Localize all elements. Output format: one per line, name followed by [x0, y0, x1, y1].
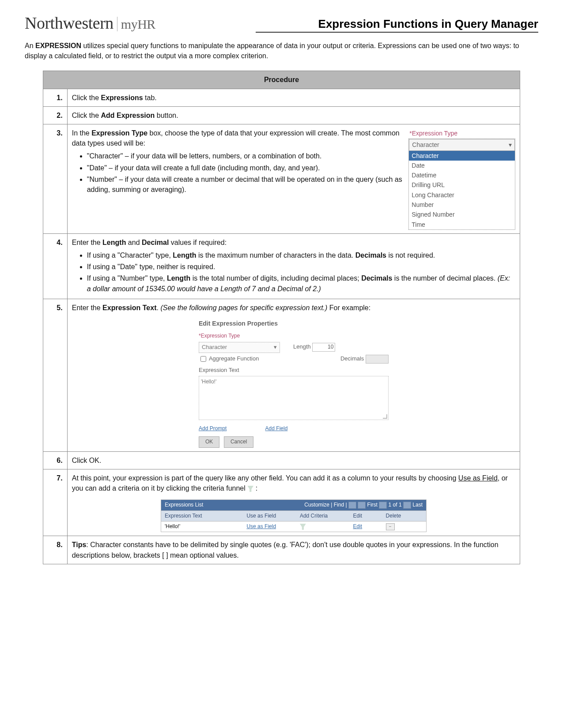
step-text: Click OK. [67, 451, 520, 469]
brand-sub: myHR [117, 17, 155, 31]
aggregate-checkbox[interactable] [200, 356, 206, 362]
decimals-input[interactable] [366, 355, 389, 364]
page-title: Expression Functions in Query Manager [256, 17, 538, 33]
step-num: 6. [43, 451, 67, 469]
grid-icon[interactable] [348, 502, 356, 509]
brand-name: Northwestern [25, 14, 113, 32]
intro: An EXPRESSION utilizes special query fun… [25, 41, 538, 61]
chevron-down-icon: ▾ [274, 343, 277, 352]
step-num: 1. [43, 89, 67, 106]
step-num: 2. [43, 106, 67, 124]
expression-text-input[interactable]: 'Hello!' [199, 376, 389, 420]
next-icon[interactable] [403, 502, 411, 509]
ok-button[interactable]: OK [199, 436, 219, 447]
expr-type-select[interactable]: Character▾ [199, 342, 280, 353]
step-num: 4. [43, 233, 67, 299]
edit-expression-panel: Edit Expression Properties *Expression T… [199, 319, 389, 448]
step-text: Enter the Length and Decimal values if r… [67, 233, 520, 299]
step-text: Enter the Expression Text. (See the foll… [67, 299, 520, 451]
step-num: 7. [43, 469, 67, 536]
procedure-table: Procedure 1. Click the Expressions tab. … [43, 71, 521, 564]
add-prompt-link[interactable]: Add Prompt [199, 425, 227, 432]
step-num: 3. [43, 124, 67, 233]
funnel-icon[interactable] [300, 524, 306, 530]
length-input[interactable]: 10 [312, 343, 335, 352]
delete-button[interactable]: − [386, 523, 395, 530]
step-num: 8. [43, 536, 67, 564]
chevron-down-icon: ▾ [509, 140, 512, 149]
add-field-link[interactable]: Add Field [265, 425, 288, 432]
prev-icon[interactable] [379, 502, 387, 509]
step-text: Tips: Character constants have to be del… [67, 536, 520, 564]
step-text: Click the Expressions tab. [67, 89, 520, 106]
step-text: Click the Add Expression button. [67, 106, 520, 124]
procedure-header: Procedure [43, 71, 520, 89]
brand: NorthwesternmyHR [25, 13, 155, 33]
expr-type-dropdown[interactable]: Character▾ Character Date Datetime Drill… [408, 139, 515, 230]
grid-icon[interactable] [358, 502, 366, 509]
expr-type-label: *Expression Type [409, 129, 515, 138]
expressions-list-grid: Expressions List Customize | Find | Firs… [161, 499, 427, 532]
cancel-button[interactable]: Cancel [224, 436, 253, 447]
edit-link[interactable]: Edit [353, 523, 385, 530]
step-text: In the Expression Type box, choose the t… [67, 124, 520, 233]
step-num: 5. [43, 299, 67, 451]
step-text: At this point, your expression is part o… [67, 469, 520, 536]
use-as-field-link[interactable]: Use as Field [246, 523, 300, 530]
funnel-icon [247, 486, 253, 492]
